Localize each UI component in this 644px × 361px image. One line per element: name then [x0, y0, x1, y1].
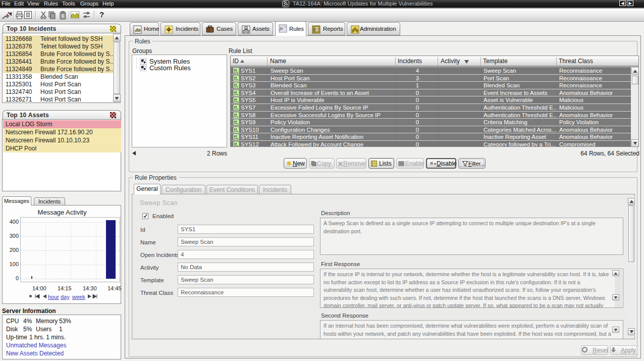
svg-text:fx: fx	[280, 26, 283, 31]
